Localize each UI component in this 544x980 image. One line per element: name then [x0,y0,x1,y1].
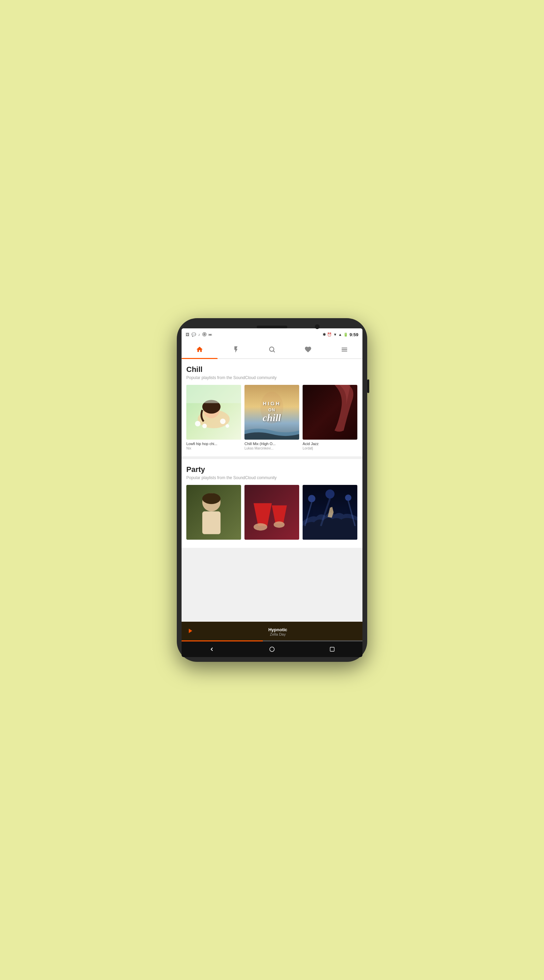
home-button[interactable] [266,643,278,655]
svg-rect-25 [244,485,299,540]
svg-rect-3 [342,349,347,350]
play-button[interactable] [186,627,194,636]
playlist-card-1[interactable]: Lowfi hip hop chi... Nix [186,385,241,450]
heart-icon [304,346,312,353]
svg-text:HIGH: HIGH [263,401,281,406]
svg-point-12 [225,424,229,428]
chill-playlist-1-name: Lowfi hip hop chi... [186,442,241,446]
nav-menu[interactable] [327,340,362,358]
app-nav-bar [182,340,362,359]
playlist-card-2[interactable]: HIGH ON chill Chill Mix (High O... Luk [244,385,299,450]
skip-icon: ⏭ [208,332,212,337]
svg-point-27 [274,521,285,528]
chill-playlist-1-author: Nix [186,447,241,450]
now-playing-bar[interactable]: Hypnotic Zella Day [182,622,362,641]
svg-rect-22 [202,511,220,534]
party-thumb-img-3 [303,485,357,540]
playlist-thumb-1 [186,385,241,440]
chill-thumb-img-1 [186,385,241,440]
bolt-icon [232,346,240,353]
chill-playlist-2-name: Chill Mix (High O... [244,442,299,446]
party-thumb-img-1 [186,485,241,540]
phone-speaker [257,326,287,328]
playlist-thumb-2: HIGH ON chill [244,385,299,440]
chill-playlist-row: Lowfi hip hop chi... Nix [186,385,358,450]
chill-title: Chill [186,365,358,374]
volume-button [367,379,369,393]
phone-camera [315,324,320,329]
section-chill: Chill Popular playlists from the SoundCl… [182,359,362,456]
svg-rect-4 [342,351,347,352]
chill-playlist-3-author: Lordafj [303,447,357,450]
svg-point-11 [220,418,225,424]
party-card-1[interactable] [186,485,241,542]
wifi-icon: ▼ [333,332,337,337]
svg-point-26 [254,523,267,530]
party-playlist-row [186,485,358,542]
time-display: 9:59 [349,332,358,337]
party-thumb-3 [303,485,357,540]
svg-rect-24 [207,501,216,503]
party-thumb-img-2 [244,485,299,540]
chill-thumb-img-3 [303,385,357,440]
now-playing-title: Hypnotic [198,627,358,632]
now-playing-artist: Zella Day [198,632,358,636]
svg-rect-33 [330,647,334,651]
party-card-2[interactable] [244,485,299,542]
whatsapp-icon: 💬 [192,332,196,337]
home-icon [196,346,203,353]
chill-playlist-3-name: Acid Jazz [303,442,357,446]
chill-thumb-img-2: HIGH ON chill [244,385,299,440]
music-note-icon: ♪ [198,332,200,337]
phone-screen: 🖼 💬 ♪ ⓔ ⏭ ✱ ⏰ ▼ ▲ 🔋 9:59 [182,328,362,657]
svg-point-0 [270,347,274,352]
svg-point-29 [308,495,315,502]
svg-rect-2 [342,348,347,348]
svg-rect-13 [186,385,241,403]
phone-device: 🖼 💬 ♪ ⓔ ⏭ ✱ ⏰ ▼ ▲ 🔋 9:59 [177,318,367,662]
nav-search[interactable] [254,340,290,358]
party-thumb-2 [244,485,299,540]
e-icon: ⓔ [202,332,206,337]
party-card-3[interactable] [303,485,357,542]
party-thumb-1 [186,485,241,540]
status-left-icons: 🖼 💬 ♪ ⓔ ⏭ [186,332,212,337]
alarm-icon: ⏰ [327,332,332,337]
party-title: Party [186,465,358,474]
svg-text:chill: chill [262,412,281,423]
svg-text:ON: ON [268,408,275,412]
section-party: Party Popular playlists from the SoundCl… [182,459,362,548]
main-content: Chill Popular playlists from the SoundCl… [182,359,362,622]
playlist-thumb-3 [303,385,357,440]
nav-activity[interactable] [217,340,254,358]
svg-point-10 [202,424,207,428]
image-icon: 🖼 [186,332,189,337]
progress-bar [182,640,263,641]
nav-likes[interactable] [290,340,326,358]
svg-point-30 [325,489,335,498]
recents-button[interactable] [326,643,338,655]
nav-home[interactable] [182,340,217,358]
back-button[interactable] [206,643,218,655]
bluetooth-icon: ✱ [323,332,326,337]
chill-playlist-2-author: Lukas Marcinkevi... [244,447,299,450]
menu-icon [341,346,348,353]
playlist-card-3[interactable]: Acid Jazz Lordafj [303,385,357,450]
svg-point-31 [345,495,352,501]
android-nav-bar [182,641,362,657]
search-icon [268,346,276,353]
svg-point-9 [195,421,200,426]
status-bar: 🖼 💬 ♪ ⓔ ⏭ ✱ ⏰ ▼ ▲ 🔋 9:59 [182,328,362,340]
status-right-icons: ✱ ⏰ ▼ ▲ 🔋 9:59 [323,332,358,337]
party-subtitle: Popular playlists from the SoundCloud co… [186,476,358,480]
now-playing-info: Hypnotic Zella Day [198,627,358,636]
svg-point-32 [270,647,274,652]
chill-subtitle: Popular playlists from the SoundCloud co… [186,375,358,380]
battery-icon: 🔋 [343,332,348,337]
svg-line-1 [273,351,275,352]
signal-icon: ▲ [338,332,342,337]
